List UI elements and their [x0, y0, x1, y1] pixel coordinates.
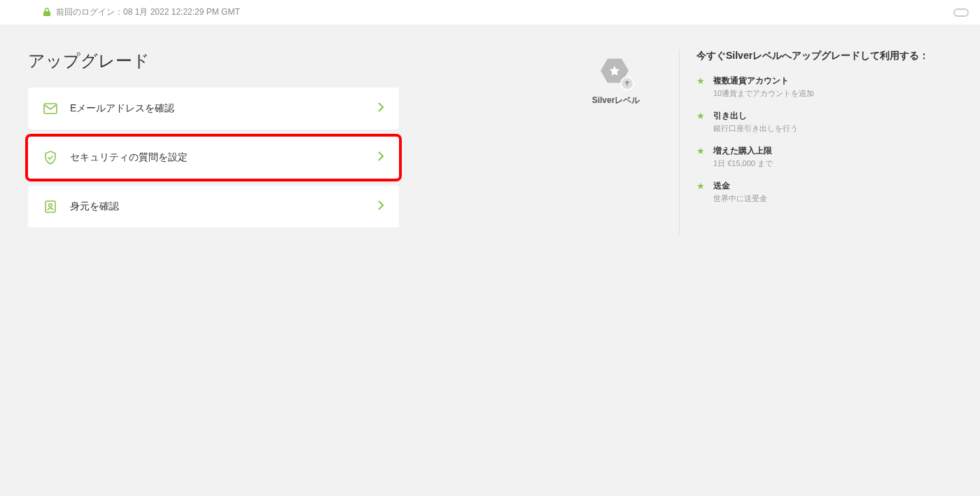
benefit-desc: 10通貨までアカウントを追加	[713, 88, 959, 99]
mail-icon	[43, 102, 57, 116]
svg-point-2	[49, 204, 52, 207]
benefit-title: 増えた購入上限	[713, 145, 959, 157]
top-right	[953, 8, 969, 17]
arrow-up-circle-icon	[620, 76, 634, 90]
verify-identity-card[interactable]: 身元を確認	[28, 186, 399, 228]
right-column: Silverレベル 今すぐSilverレベルへアップグレードして利用する： ★ …	[581, 50, 959, 235]
benefit-text: 送金 世界中に送受金	[713, 180, 959, 204]
benefit-text: 複数通貨アカウント 10通貨までアカウントを追加	[713, 75, 959, 99]
card-left: 身元を確認	[43, 200, 119, 214]
star-icon: ★	[696, 180, 705, 193]
benefits-heading: 今すぐSilverレベルへアップグレードして利用する：	[696, 50, 959, 62]
star-icon: ★	[696, 110, 705, 123]
card-left: Eメールアドレスを確認	[43, 102, 174, 116]
benefit-item: ★ 複数通貨アカウント 10通貨までアカウントを追加	[696, 75, 959, 99]
level-badge	[599, 55, 633, 89]
shield-icon	[43, 151, 57, 165]
benefit-desc: 世界中に送受金	[713, 193, 959, 204]
top-bar: 前回のログイン：08 1月 2022 12:22:29 PM GMT	[0, 0, 980, 25]
help-pill-icon[interactable]	[953, 8, 969, 17]
benefit-text: 増えた購入上限 1日 €15,000 まで	[713, 145, 959, 169]
main-content: アップグレード Eメールアドレスを確認 セキュリティの質問を設定	[0, 25, 980, 260]
set-security-questions-card[interactable]: セキュリティの質問を設定	[28, 137, 399, 179]
chevron-right-icon	[378, 200, 384, 213]
left-column: アップグレード Eメールアドレスを確認 セキュリティの質問を設定	[28, 50, 399, 235]
card-left: セキュリティの質問を設定	[43, 151, 188, 165]
page-title: アップグレード	[28, 50, 399, 72]
verify-email-card[interactable]: Eメールアドレスを確認	[28, 88, 399, 130]
benefit-item: ★ 増えた購入上限 1日 €15,000 まで	[696, 145, 959, 169]
chevron-right-icon	[378, 102, 384, 115]
lock-icon	[43, 8, 50, 18]
star-icon: ★	[696, 145, 705, 158]
star-icon: ★	[696, 75, 705, 88]
level-badge-column: Silverレベル	[581, 50, 651, 235]
benefit-title: 送金	[713, 180, 959, 192]
benefit-title: 引き出し	[713, 110, 959, 122]
last-login-wrap: 前回のログイン：08 1月 2022 12:22:29 PM GMT	[43, 6, 240, 18]
benefit-desc: 銀行口座引き出しを行う	[713, 123, 959, 134]
benefit-title: 複数通貨アカウント	[713, 75, 959, 87]
benefit-text: 引き出し 銀行口座引き出しを行う	[713, 110, 959, 134]
benefit-desc: 1日 €15,000 まで	[713, 158, 959, 169]
benefits-column: 今すぐSilverレベルへアップグレードして利用する： ★ 複数通貨アカウント …	[679, 50, 959, 235]
set-security-questions-label: セキュリティの質問を設定	[70, 151, 188, 164]
verify-identity-label: 身元を確認	[70, 200, 119, 213]
chevron-right-icon	[378, 151, 384, 164]
benefit-item: ★ 送金 世界中に送受金	[696, 180, 959, 204]
level-label: Silverレベル	[592, 95, 640, 106]
last-login-text: 前回のログイン：08 1月 2022 12:22:29 PM GMT	[56, 6, 240, 18]
verify-email-label: Eメールアドレスを確認	[70, 102, 174, 115]
id-icon	[43, 200, 57, 214]
benefit-item: ★ 引き出し 銀行口座引き出しを行う	[696, 110, 959, 134]
